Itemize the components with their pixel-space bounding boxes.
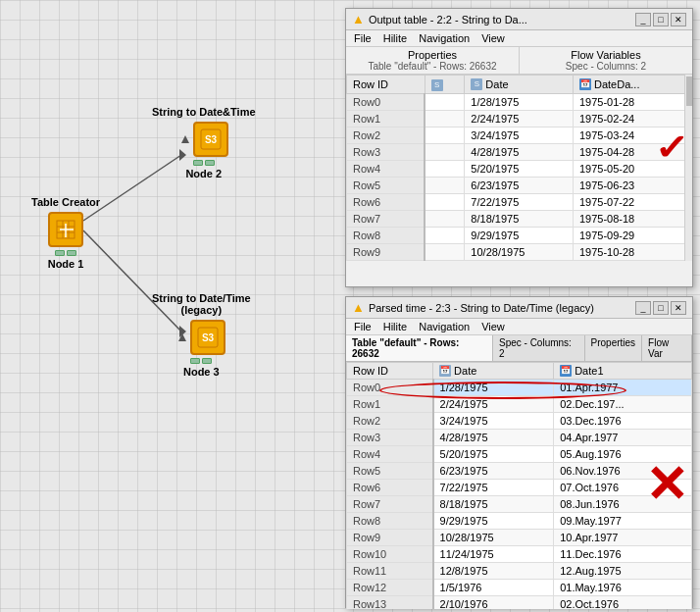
window2-table: Row ID 📅 Date 📅 Date1 Row01/28/197501.Ap…: [346, 362, 692, 609]
window1-panel-left: Properties Table "default" - Rows: 26632: [346, 47, 520, 74]
svg-text:S3: S3: [202, 332, 215, 343]
panel-right-sublabel: Spec - Columns: 2: [525, 61, 686, 72]
window2-maximize[interactable]: □: [653, 301, 669, 315]
node3-ports: [190, 358, 212, 364]
svg-marker-11: [181, 135, 189, 143]
table-row: Row78/18/197508.Jun.1976: [347, 496, 692, 513]
window1-close[interactable]: ✕: [671, 13, 686, 26]
menu1-navigation[interactable]: Navigation: [419, 32, 470, 44]
menu1-file[interactable]: File: [354, 32, 372, 44]
node3-label: String to Date/Time(legacy): [152, 292, 251, 316]
panel-right-label: Flow Variables: [525, 49, 686, 61]
panel-left-label: Properties: [352, 49, 513, 61]
node2-sublabel: Node 2: [185, 168, 222, 179]
window1-panel-right: Flow Variables Spec - Columns: 2: [520, 47, 692, 74]
menu2-view[interactable]: View: [481, 321, 505, 332]
window1-title: Output table - 2:2 - String to Da...: [369, 14, 631, 26]
node3-port2: [202, 358, 212, 364]
window1-panel-header: Properties Table "default" - Rows: 26632…: [346, 47, 692, 75]
table-row: Row45/20/19751975-05-20: [347, 161, 692, 178]
node1-box[interactable]: [48, 212, 83, 247]
tab-spec-columns[interactable]: Spec - Columns: 2: [493, 335, 585, 361]
window1-table: Row ID S S Date 📅 DateDa... Row01/28/197…: [346, 75, 692, 261]
table-row: Row56/23/197506.Nov.1976: [347, 463, 692, 480]
node2-port2: [205, 160, 215, 166]
table-row: Row67/22/19751975-07-22: [347, 194, 692, 211]
col-rowid-1[interactable]: Row ID: [347, 76, 425, 94]
warn-icon-1: ▲: [352, 12, 365, 26]
node-string-to-datetime[interactable]: String to Date&Time S3 Node 2: [152, 106, 256, 179]
node2-label: String to Date&Time: [152, 106, 256, 118]
window2-minimize[interactable]: _: [635, 301, 651, 315]
col-date-1[interactable]: S Date: [465, 76, 574, 94]
table-row: Row12/24/197502.Dec.197...: [347, 396, 692, 413]
node3-port1: [190, 358, 200, 364]
node1-port2: [67, 250, 76, 256]
node-string-to-datetime-legacy[interactable]: String to Date/Time(legacy) S3 Node 3: [152, 292, 251, 378]
window2-title: Parsed time - 2:3 - String to Date/Time …: [369, 302, 631, 314]
tab-properties[interactable]: Properties: [585, 335, 643, 361]
panel-left-sublabel: Table "default" - Rows: 26632: [352, 61, 513, 72]
node-table-creator[interactable]: Table Creator Node 1: [31, 196, 100, 270]
node1-label: Table Creator: [31, 196, 100, 208]
table-row: Row56/23/19751975-06-23: [347, 178, 692, 194]
window1-scrollbar[interactable]: [684, 75, 692, 261]
window1-titlebar: ▲ Output table - 2:2 - String to Da... _…: [346, 9, 692, 30]
table-row: Row910/28/19751975-10-28: [347, 244, 692, 261]
col-s-1[interactable]: S: [425, 76, 465, 94]
node3-sublabel: Node 3: [183, 366, 220, 378]
table-row: Row23/24/197503.Dec.1976: [347, 413, 692, 430]
node3-box[interactable]: S3: [190, 320, 225, 355]
node2-ports: [193, 160, 215, 166]
col2-rowid[interactable]: Row ID: [347, 363, 433, 380]
window1-menubar: File Hilite Navigation View: [346, 30, 692, 47]
window2-menubar: File Hilite Navigation View: [346, 319, 692, 335]
window1-controls[interactable]: _ □ ✕: [635, 13, 686, 26]
table-row: Row1011/24/197511.Dec.1976: [347, 546, 692, 563]
window-parsed-time: ▲ Parsed time - 2:3 - String to Date/Tim…: [345, 296, 693, 608]
menu2-hilite[interactable]: Hilite: [383, 321, 407, 332]
node2-box[interactable]: S3: [193, 122, 228, 157]
menu1-view[interactable]: View: [481, 32, 505, 44]
tab-flow-var[interactable]: Flow Var: [642, 335, 692, 361]
node1-ports: [55, 250, 76, 256]
node1-port1: [55, 250, 65, 256]
table-row: Row01/28/19751975-01-28: [347, 94, 692, 111]
table-row: Row45/20/197505.Aug.1976: [347, 446, 692, 463]
col2-date1[interactable]: 📅 Date1: [554, 363, 692, 380]
window1-scrollthumb[interactable]: [686, 76, 692, 106]
table-row: Row132/10/197602.Oct.1976: [347, 596, 692, 610]
table-row: Row34/28/197504.Apr.1977: [347, 430, 692, 446]
node2-port1: [193, 160, 203, 166]
table-row: Row89/29/19751975-09-29: [347, 228, 692, 244]
window1-table-container[interactable]: Row ID S S Date 📅 DateDa... Row01/28/197…: [346, 75, 692, 261]
table-row: Row01/28/197501.Apr.1977: [347, 380, 692, 396]
tab-default-rows[interactable]: Table "default" - Rows: 26632: [346, 335, 493, 361]
table-row: Row23/24/19751975-03-24: [347, 128, 692, 144]
window2-titlebar: ▲ Parsed time - 2:3 - String to Date/Tim…: [346, 297, 692, 319]
table-row: Row910/28/197510.Apr.1977: [347, 530, 692, 546]
window1-maximize[interactable]: □: [653, 13, 669, 26]
menu1-hilite[interactable]: Hilite: [383, 32, 407, 44]
window2-table-container[interactable]: Row ID 📅 Date 📅 Date1 Row01/28/197501.Ap…: [346, 362, 692, 609]
window-output-table: ▲ Output table - 2:2 - String to Da... _…: [345, 8, 693, 287]
node1-sublabel: Node 1: [48, 258, 84, 270]
svg-marker-14: [178, 333, 186, 341]
window2-close[interactable]: ✕: [671, 301, 686, 315]
window1-minimize[interactable]: _: [635, 13, 651, 26]
table-row: Row121/5/197601.May.1976: [347, 580, 692, 596]
warn-icon-2: ▲: [352, 300, 365, 315]
menu2-navigation[interactable]: Navigation: [419, 321, 470, 332]
table-row: Row34/28/19751975-04-28: [347, 144, 692, 161]
svg-text:S3: S3: [205, 134, 218, 145]
table-row: Row12/24/19751975-02-24: [347, 111, 692, 128]
col2-date[interactable]: 📅 Date: [433, 363, 554, 380]
menu2-file[interactable]: File: [354, 321, 372, 332]
table-row: Row89/29/197509.May.1977: [347, 513, 692, 530]
table-row: Row1112/8/197512.Aug.1975: [347, 563, 692, 580]
table-row: Row67/22/197507.Oct.1976: [347, 480, 692, 496]
col-dateda-1[interactable]: 📅 DateDa...: [573, 76, 691, 94]
window2-tabbar: Table "default" - Rows: 26632 Spec - Col…: [346, 335, 692, 362]
window2-controls[interactable]: _ □ ✕: [635, 301, 686, 315]
table-row: Row78/18/19751975-08-18: [347, 211, 692, 228]
